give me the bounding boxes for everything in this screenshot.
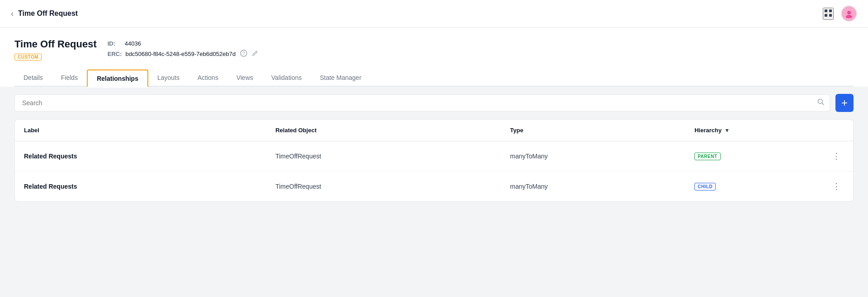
entity-name-block: Time Off Request CUSTOM	[14, 38, 97, 60]
tab-state-manager[interactable]: State Manager	[311, 70, 370, 86]
tab-validations[interactable]: Validations	[262, 70, 311, 86]
label-cell: Related Requests	[15, 172, 266, 202]
col-header-type: Type	[501, 120, 685, 141]
svg-point-4	[847, 11, 851, 14]
svg-rect-1	[829, 9, 832, 12]
tab-details[interactable]: Details	[14, 70, 52, 86]
more-options-button[interactable]: ⋮	[829, 180, 844, 193]
custom-badge: CUSTOM	[14, 54, 42, 60]
back-icon: ‹	[11, 9, 14, 19]
edit-icon	[252, 50, 258, 56]
back-button[interactable]: ‹	[11, 9, 14, 19]
table-section: Label Related Object Type Hierarchy ▼ Re…	[0, 119, 868, 216]
col-header-related-object: Related Object	[266, 120, 501, 141]
id-label: ID:	[108, 40, 121, 47]
grid-icon-button[interactable]	[823, 8, 834, 20]
table-row: Related Requests TimeOffRequest manyToMa…	[15, 141, 853, 172]
top-bar-left: ‹ Time Off Request	[11, 9, 78, 19]
relationships-table: Label Related Object Type Hierarchy ▼ Re…	[15, 120, 853, 201]
help-icon: ?	[240, 50, 247, 57]
id-row: ID: 44036	[108, 40, 259, 47]
hierarchy-badge: CHILD	[694, 183, 716, 190]
table-wrapper: Label Related Object Type Hierarchy ▼ Re…	[14, 119, 854, 202]
tab-actions[interactable]: Actions	[189, 70, 227, 86]
hierarchy-badge: PARENT	[694, 153, 720, 160]
avatar-icon	[844, 9, 854, 18]
hierarchy-cell: PARENT	[685, 141, 820, 172]
grid-icon	[824, 9, 833, 18]
more-options-button[interactable]: ⋮	[829, 149, 844, 163]
main-content: Time Off Request CUSTOM ID: 44036 ERC: b…	[0, 28, 868, 87]
tab-layouts[interactable]: Layouts	[148, 70, 189, 86]
table-row: Related Requests TimeOffRequest manyToMa…	[15, 172, 853, 202]
hierarchy-cell: CHILD	[685, 172, 820, 202]
type-cell: manyToMany	[501, 172, 685, 202]
topbar-title: Time Off Request	[18, 9, 78, 18]
svg-rect-3	[829, 14, 832, 17]
erc-value: bdc50680-f84c-5248-e559-7eb6d052eb7d	[126, 51, 236, 57]
tabs: Details Fields Relationships Layouts Act…	[14, 70, 854, 87]
search-icon	[817, 98, 825, 106]
entity-meta: ID: 44036 ERC: bdc50680-f84c-5248-e559-7…	[108, 38, 259, 59]
table-header-row: Label Related Object Type Hierarchy ▼	[15, 120, 853, 141]
col-header-hierarchy: Hierarchy ▼	[685, 120, 820, 141]
row-actions-cell: ⋮	[820, 141, 853, 172]
meta-icons: ?	[239, 49, 259, 59]
erc-row: ERC: bdc50680-f84c-5248-e559-7eb6d052eb7…	[108, 49, 259, 59]
svg-rect-0	[825, 9, 827, 12]
related-object-cell: TimeOffRequest	[266, 141, 501, 172]
tab-fields[interactable]: Fields	[52, 70, 87, 86]
tab-views[interactable]: Views	[227, 70, 262, 86]
help-icon-button[interactable]: ?	[239, 49, 248, 59]
add-button[interactable]: +	[835, 94, 854, 112]
id-value: 44036	[125, 40, 141, 47]
top-bar: ‹ Time Off Request	[0, 0, 868, 28]
tab-relationships[interactable]: Relationships	[87, 70, 148, 87]
entity-header: Time Off Request CUSTOM ID: 44036 ERC: b…	[14, 38, 854, 60]
label-cell: Related Requests	[15, 141, 266, 172]
svg-text:?: ?	[242, 51, 245, 56]
erc-label: ERC:	[108, 51, 122, 57]
entity-name: Time Off Request	[14, 38, 97, 50]
type-cell: manyToMany	[501, 141, 685, 172]
hierarchy-label: Hierarchy	[694, 127, 722, 134]
search-input[interactable]	[14, 94, 830, 111]
avatar[interactable]	[841, 5, 857, 22]
related-object-cell: TimeOffRequest	[266, 172, 501, 202]
search-wrapper	[14, 94, 830, 111]
row-actions-cell: ⋮	[820, 172, 853, 202]
top-bar-right	[823, 5, 857, 22]
svg-point-5	[846, 15, 852, 18]
search-bar-section: +	[0, 87, 868, 119]
svg-rect-2	[825, 14, 827, 17]
svg-line-9	[822, 103, 824, 105]
search-icon-button[interactable]	[817, 98, 825, 107]
chevron-down-icon: ▼	[724, 127, 730, 134]
edit-icon-button[interactable]	[251, 49, 259, 59]
col-header-label: Label	[15, 120, 266, 141]
col-header-actions	[820, 120, 853, 141]
